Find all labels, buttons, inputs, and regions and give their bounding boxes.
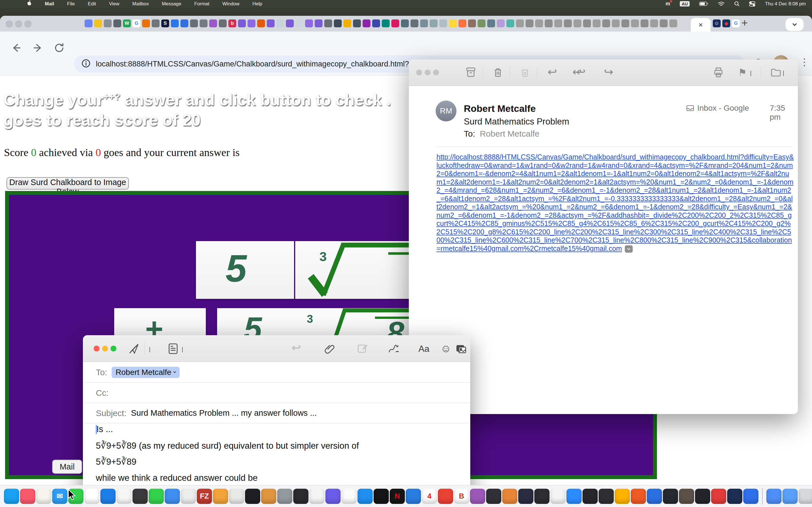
dock-icon-calculator[interactable] bbox=[229, 489, 244, 504]
dock-icon-music[interactable] bbox=[20, 489, 35, 504]
archive-button[interactable] bbox=[465, 67, 476, 79]
tab-favicon[interactable] bbox=[420, 19, 428, 27]
tab-favicon[interactable] bbox=[276, 19, 284, 27]
tab-favicon[interactable]: G bbox=[732, 19, 740, 27]
dock-icon-photoshop[interactable] bbox=[727, 489, 742, 504]
tab-favicon[interactable] bbox=[334, 19, 342, 27]
dock-icon-opera[interactable] bbox=[711, 489, 726, 504]
status-app-icon[interactable]: m bbox=[666, 1, 670, 7]
move-to-folder-button[interactable] bbox=[770, 67, 781, 79]
dock-icon-obs[interactable] bbox=[695, 489, 710, 504]
window-zoom-button[interactable] bbox=[110, 346, 116, 351]
compose-to-row[interactable]: To: Robert Metcalfe bbox=[83, 362, 470, 383]
tab-favicon[interactable] bbox=[449, 19, 457, 27]
tab-favicon[interactable] bbox=[343, 19, 351, 27]
menu-item-file[interactable]: File bbox=[67, 1, 75, 7]
forward-button[interactable] bbox=[32, 42, 44, 55]
tab-favicon[interactable] bbox=[248, 19, 255, 27]
browser-menu-icon[interactable]: ⋮ bbox=[800, 56, 809, 68]
tab-favicon[interactable] bbox=[631, 19, 639, 27]
forward-button[interactable]: ↪ bbox=[604, 66, 613, 77]
tab-favicon[interactable]: G bbox=[133, 19, 140, 27]
junk-button[interactable] bbox=[519, 67, 530, 79]
dock-icon-tv[interactable] bbox=[373, 489, 389, 504]
folder-chevron-icon[interactable] bbox=[783, 71, 784, 76]
dock-icon-calendar-dec4[interactable]: 4 bbox=[422, 489, 437, 504]
dock-icon-firefox[interactable] bbox=[518, 489, 534, 504]
flag-button[interactable]: ⚑ bbox=[738, 67, 747, 78]
dock-icon-itunes[interactable] bbox=[470, 489, 485, 504]
dock-icon-vlc[interactable] bbox=[502, 489, 517, 504]
shared-game-link[interactable]: http://localhost:8888/HTMLCSS/Canvas/Gam… bbox=[437, 153, 794, 252]
dock-icon-books[interactable] bbox=[261, 489, 276, 504]
control-center-icon[interactable] bbox=[749, 1, 755, 6]
flag-chevron-icon[interactable] bbox=[751, 71, 751, 76]
tab-favicon[interactable] bbox=[382, 19, 390, 27]
dock-icon-zoom[interactable] bbox=[566, 489, 581, 504]
dock-icon-mail[interactable]: ✉ bbox=[52, 489, 67, 504]
tab-favicon[interactable] bbox=[535, 19, 543, 27]
tab-favicon[interactable] bbox=[573, 19, 581, 27]
compose-body-line[interactable]: 5∛9+5∛89 (as my reduced surd) equivalent… bbox=[96, 441, 457, 450]
dock-icon-vscode[interactable] bbox=[647, 489, 662, 504]
tab-favicon[interactable] bbox=[564, 19, 572, 27]
tab-favicon[interactable] bbox=[104, 19, 112, 27]
tab-favicon[interactable] bbox=[477, 19, 486, 27]
window-zoom-button[interactable] bbox=[433, 69, 439, 75]
header-fields-button[interactable] bbox=[167, 343, 179, 355]
dock-icon-filezilla[interactable]: FZ bbox=[197, 489, 212, 504]
dock-icon-facetime[interactable] bbox=[149, 489, 164, 504]
tab-favicon[interactable] bbox=[113, 19, 121, 27]
menu-item-edit[interactable]: Edit bbox=[88, 1, 96, 7]
tab-favicon[interactable] bbox=[238, 19, 246, 27]
dock-icon-safari[interactable] bbox=[357, 489, 373, 504]
photo-browser-button[interactable] bbox=[456, 343, 467, 355]
window-minimize-button[interactable] bbox=[102, 346, 108, 351]
tab-close-icon[interactable]: × bbox=[698, 21, 703, 29]
dock-icon-trash[interactable] bbox=[799, 489, 812, 504]
menu-item-window[interactable]: Window bbox=[222, 1, 239, 7]
dock-icon-onedrive[interactable] bbox=[406, 489, 421, 504]
dock-icon-documents-folder[interactable] bbox=[782, 489, 798, 504]
window-close-button[interactable] bbox=[6, 20, 13, 27]
new-tab-button[interactable]: + bbox=[742, 17, 748, 29]
tab-favicon[interactable] bbox=[516, 19, 524, 27]
menu-item-format[interactable]: Format bbox=[194, 1, 209, 7]
window-close-button[interactable] bbox=[416, 69, 422, 75]
menu-bar-clock[interactable]: Thu 4 Dec 8:08 pm bbox=[765, 1, 806, 7]
dock-icon-textedit[interactable] bbox=[181, 489, 196, 504]
tab-favicon[interactable] bbox=[602, 19, 610, 27]
tab-favicon[interactable]: ◆ bbox=[722, 19, 730, 27]
input-source-indicator[interactable]: AU bbox=[680, 1, 690, 6]
tab-favicon[interactable] bbox=[621, 19, 629, 27]
dock-icon-terminal[interactable] bbox=[245, 489, 260, 504]
tab-favicon[interactable] bbox=[315, 19, 322, 27]
tab-favicon[interactable] bbox=[545, 19, 553, 27]
tab-favicon[interactable] bbox=[181, 19, 188, 27]
tab-favicon[interactable]: b bbox=[229, 19, 236, 27]
tab-favicon[interactable] bbox=[94, 19, 102, 27]
dock-icon-devtools[interactable] bbox=[486, 489, 501, 504]
tab-favicon[interactable] bbox=[142, 19, 150, 27]
reply-button[interactable]: ↩ bbox=[548, 66, 557, 77]
tab-favicon[interactable] bbox=[401, 19, 409, 27]
window-minimize-button[interactable] bbox=[15, 20, 22, 27]
tab-favicon[interactable] bbox=[190, 19, 198, 27]
dock-icon-downloads-folder[interactable] bbox=[766, 489, 781, 504]
tab-favicon[interactable] bbox=[152, 19, 160, 27]
compose-cc-row[interactable]: Cc: bbox=[83, 383, 470, 403]
tab-favicon[interactable] bbox=[583, 19, 591, 27]
tab-favicon[interactable] bbox=[525, 19, 534, 27]
format-button[interactable]: Aa bbox=[418, 344, 429, 354]
dock-icon-unity[interactable] bbox=[599, 489, 614, 504]
tab-favicon[interactable] bbox=[641, 19, 649, 27]
compose-body-line[interactable]: 5∛9+5∛89 bbox=[96, 457, 457, 466]
compose-subject-row[interactable]: Subject: Surd Mathematics Problem ... my… bbox=[83, 403, 470, 424]
dock-icon-preview[interactable] bbox=[342, 489, 357, 504]
tab-favicon[interactable] bbox=[219, 19, 227, 27]
to-recipient[interactable]: Robert Metcalfe bbox=[480, 129, 540, 138]
dock-icon-docker[interactable] bbox=[663, 489, 678, 504]
tab-favicon[interactable] bbox=[391, 19, 399, 27]
tab-favicon[interactable] bbox=[372, 19, 380, 27]
dock-icon-postman[interactable] bbox=[631, 489, 646, 504]
